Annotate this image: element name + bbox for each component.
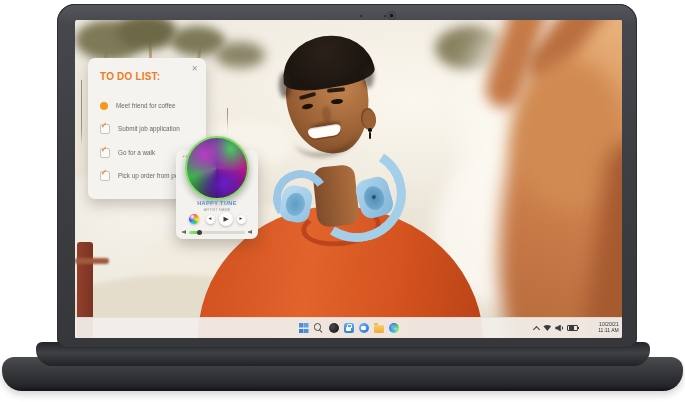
next-button[interactable]: ▸ xyxy=(237,215,246,224)
previous-icon: ◂ xyxy=(209,216,212,222)
active-bullet-icon xyxy=(100,102,108,110)
todo-item[interactable]: ✓ Submit job application xyxy=(100,118,202,142)
file-explorer-icon[interactable] xyxy=(374,325,384,333)
check-mark-icon: ✓ xyxy=(101,121,108,130)
check-mark-icon: ✓ xyxy=(101,145,108,154)
clock[interactable]: 10/20/21 11:11 AM xyxy=(598,322,619,334)
earring-dangle xyxy=(369,132,371,139)
chevron-up-icon[interactable] xyxy=(533,325,540,332)
earring xyxy=(368,128,372,132)
playback-controls: ◂ ▶ ▸ xyxy=(176,211,258,227)
microsoft-store-icon[interactable] xyxy=(344,323,354,333)
todo-item-label: Go for a walk xyxy=(118,149,155,156)
checkbox-checked-icon[interactable]: ✓ xyxy=(100,171,110,181)
laptop-screen: TO DO LIST: ✕ Meet friend for coffee ✓ S… xyxy=(75,20,622,338)
product-image: TO DO LIST: ✕ Meet friend for coffee ✓ S… xyxy=(0,0,685,402)
hair-fade xyxy=(363,64,374,88)
battery-icon[interactable] xyxy=(567,325,578,332)
taskbar: 10/20/21 11:11 AM xyxy=(75,317,622,338)
check-mark-icon: ✓ xyxy=(101,168,108,177)
microphone-hole xyxy=(384,15,386,17)
checkbox-checked-icon[interactable]: ✓ xyxy=(100,148,110,158)
progress-track[interactable] xyxy=(189,231,245,234)
start-button-icon[interactable] xyxy=(299,323,309,333)
edge-browser-icon[interactable] xyxy=(389,323,399,333)
microphone-hole xyxy=(360,15,362,17)
play-icon: ▶ xyxy=(223,216,228,223)
music-progress-knob[interactable] xyxy=(197,230,202,235)
previous-button[interactable]: ◂ xyxy=(206,215,215,224)
dark-circle-app-icon[interactable] xyxy=(329,323,339,333)
todo-item[interactable]: Meet friend for coffee xyxy=(100,94,202,118)
todo-item-label: Meet friend for coffee xyxy=(116,102,175,109)
color-wheel-button[interactable] xyxy=(189,214,199,224)
headphone-cup-pad xyxy=(284,191,307,217)
search-icon[interactable] xyxy=(314,323,324,333)
music-progress-slider[interactable] xyxy=(182,228,252,236)
chat-icon[interactable] xyxy=(359,323,369,333)
todo-title: TO DO LIST: xyxy=(100,71,160,82)
speaker-icon[interactable] xyxy=(555,325,563,332)
volume-down-icon xyxy=(182,230,186,234)
webcam-icon xyxy=(388,12,395,19)
play-button[interactable]: ▶ xyxy=(219,212,233,226)
todo-item-label: Submit job application xyxy=(118,126,180,133)
taskbar-center-icons xyxy=(299,318,399,338)
close-icon[interactable]: ✕ xyxy=(192,64,198,73)
music-widget: ⋯ HAPPY TUNE ARTIST NAME ◂ ▶ ▸ xyxy=(176,150,258,239)
hair-fade xyxy=(279,72,291,98)
next-icon: ▸ xyxy=(240,216,243,222)
system-tray: 10/20/21 11:11 AM xyxy=(534,318,619,338)
wifi-icon[interactable] xyxy=(543,325,551,331)
album-art xyxy=(185,136,249,200)
checkbox-checked-icon[interactable]: ✓ xyxy=(100,124,110,134)
track-title: HAPPY TUNE xyxy=(192,200,243,206)
volume-up-icon xyxy=(248,230,252,234)
tray-time-value: 11:11 AM xyxy=(598,328,619,334)
